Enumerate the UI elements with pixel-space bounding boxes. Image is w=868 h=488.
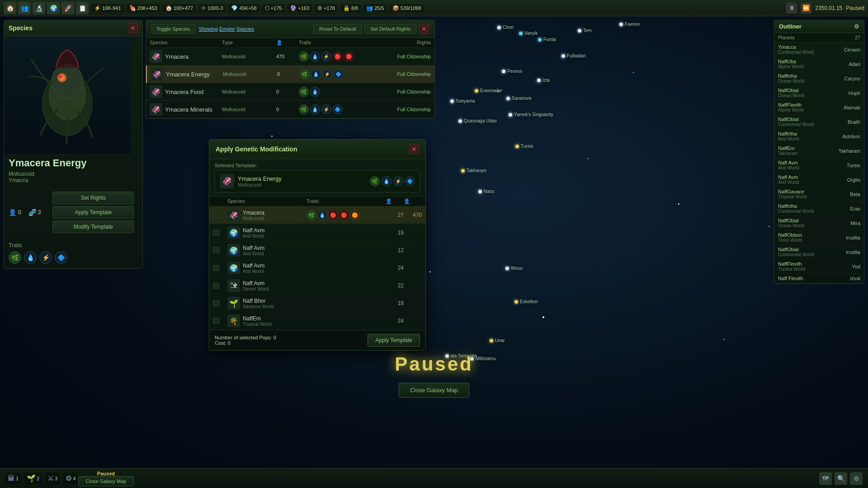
planet-name-group: NaffObbon Tomb World — [778, 232, 802, 243]
modal-header: Apply Genetic Modification ✕ — [209, 140, 425, 159]
top-bar-right: ⏸ ⏩ 2350.01.15 Paused — [786, 3, 864, 14]
trait-4-icon[interactable]: 🔷 — [55, 251, 67, 264]
outliner-planet-item[interactable]: Naff Avm Arid World Tureis — [774, 158, 864, 173]
modal-table-row[interactable]: 🏜 Naff Avm Desert World 22 — [209, 277, 425, 295]
technology-button[interactable]: 🔬 — [33, 2, 45, 14]
traits-row: 🌿 💧 ⚡ 🔷 — [9, 251, 138, 264]
outliner-planet-item[interactable]: Naff Flevith Izval — [774, 274, 864, 283]
trait-icon: ⚡ — [322, 69, 332, 79]
toggle-species-button[interactable]: Toggle Species — [151, 24, 195, 34]
outliner-planet-item[interactable]: NaffIrtha Ocean World Caryno — [774, 71, 864, 86]
star — [678, 203, 679, 205]
set-rights-button[interactable]: Set Rights — [52, 192, 134, 204]
fleet-button[interactable]: 🚀 — [61, 2, 74, 14]
row-checkbox[interactable] — [213, 230, 219, 236]
bottom-bar: 🏛 1 🌱 2 ⚔ 3 ⚙ 4 Paused Close Galaxy Map … — [0, 468, 868, 488]
trait-1-icon[interactable]: 🌿 — [9, 251, 21, 264]
row-checkbox[interactable] — [213, 265, 219, 271]
outliner-planet-item[interactable]: NaffObial Ocean World Huph — [774, 86, 864, 100]
outliner-planet-item[interactable]: NaffFlevith Tundra World Yod — [774, 259, 864, 274]
reset-to-default-button[interactable]: Reset To Default — [313, 24, 362, 34]
planets-section-header[interactable]: Planets 27 — [774, 33, 864, 42]
unity-resource: ⬡ +175 — [262, 4, 285, 12]
modal-table-row[interactable]: 🌍 Naff Avm Arid World 19 — [209, 224, 425, 242]
outliner-planet-item[interactable]: NaffObial Continental World Irusllia — [774, 245, 864, 259]
trait-icon: 🟠 — [350, 210, 360, 220]
trait-icon: 🔷 — [334, 69, 344, 79]
top-bar: 🏠 👥 🔬 🌍 🚀 📋 ⚡ 10K-941 🍖 20K+453 🏠 100+47… — [0, 0, 868, 16]
planet-type: Ocean World — [778, 93, 804, 98]
outliner-planet-item[interactable]: NaffGavace Tropical World Beta — [774, 187, 864, 202]
close-galaxy-map-button[interactable]: Close Galaxy Map — [399, 383, 469, 398]
planets-button[interactable]: 🌍 — [47, 2, 60, 14]
planet-name-group: NaffObial Continental World — [778, 117, 814, 127]
species-pop-count: 470 — [276, 54, 299, 59]
outliner-planet-item[interactable]: NaffIrtha Arid World Astrikon — [774, 129, 864, 144]
row-checkbox[interactable] — [213, 300, 219, 306]
planet-name: NaffObbon — [778, 232, 802, 238]
modal-table-row[interactable]: 🌍 Naff Avm Arid World 12 — [209, 242, 425, 259]
outliner-planet-item[interactable]: NaffObbon Tomb World Irusllia — [774, 230, 864, 245]
apply-template-button[interactable]: Apply Template — [52, 206, 134, 219]
planet-name-group: NaffObial Ocean World — [778, 88, 804, 98]
speed-3-button[interactable]: ⚔ 3 — [45, 473, 60, 484]
outliner-planet-item[interactable]: NaffFlevith Alpine World Alamak — [774, 100, 864, 115]
outliner-planet-item[interactable]: Ymacca Continental World Ceraon — [774, 42, 864, 57]
diplomacy-button[interactable]: 👥 — [18, 2, 31, 14]
bottom-close-galaxy-button[interactable]: Close Galaxy Map — [78, 476, 134, 486]
species-name: Ymacera Energy — [166, 71, 210, 78]
main-menu-button[interactable]: 🏠 — [4, 2, 16, 14]
modal-apply-template-button[interactable]: Apply Template — [368, 334, 420, 347]
outliner-planet-item[interactable]: NaffIrtha Continental World Eras — [774, 202, 864, 216]
modal-table-row[interactable]: 🌱 Naff Bhor Savanna World 18 — [209, 295, 425, 312]
species-thumb: 🌍 — [227, 244, 240, 257]
set-default-rights-button[interactable]: Set Default Rights — [364, 24, 416, 34]
template-traits-icons: 🌿 💧 ⚡ 🔷 — [370, 176, 415, 186]
species-panel-close-button[interactable]: ✕ — [128, 23, 138, 33]
settings-icon-button[interactable]: ⚙ — [850, 472, 863, 485]
trait-3-icon[interactable]: ⚡ — [39, 251, 52, 264]
species-table-row[interactable]: 🦑 Ymacera Minerals Molluscoid 0 🌿 💧 ⚡ 🔷 … — [146, 101, 434, 118]
speed-2-button[interactable]: 🌱 2 — [24, 473, 42, 484]
map-icon-button[interactable]: 🗺 — [819, 472, 832, 485]
outliner-planet-item[interactable]: NaffObial Ocean World Mira — [774, 216, 864, 230]
species-cell: 🦑 Ymacera Molluscoid — [227, 209, 307, 221]
modal-pop-icon-1: 👤 — [386, 198, 404, 204]
species-table-row[interactable]: 🦑 Ymacera Food Molluscoid 0 🌿 💧 Full Cit… — [146, 83, 434, 101]
modal-table-row[interactable]: 🦑 Ymacera Molluscoid 🌿 💧 🔴 🔴 🟠 27 470 — [209, 206, 425, 224]
modal-close-button[interactable]: ✕ — [409, 144, 419, 154]
planet-name: Naff Avm — [778, 160, 799, 165]
species-list-close-button[interactable]: ✕ — [419, 24, 429, 34]
outliner-planet-item[interactable]: Naff Avm Arid World Orglio — [774, 173, 864, 187]
planet-name-group: NaffFlevith Tundra World — [778, 261, 805, 272]
outliner-planet-item[interactable]: NaffUba Alpine World Adari — [774, 57, 864, 71]
speed-4-button[interactable]: ⚙ 4 — [63, 473, 78, 484]
species-thumb: 🌍 — [227, 226, 240, 239]
pause-button[interactable]: ⏸ — [786, 3, 797, 14]
row-checkbox[interactable] — [213, 282, 219, 289]
modify-template-button[interactable]: Modify Template — [52, 221, 134, 233]
situation-button[interactable]: 📋 — [76, 2, 89, 14]
row-checkbox[interactable] — [213, 212, 219, 218]
speed-1-button[interactable]: 🏛 1 — [5, 473, 21, 484]
planet-name-group: Naff Avm Arid World — [778, 160, 799, 170]
outliner-planet-item[interactable]: NaffObial Continental World Brailh — [774, 115, 864, 129]
outliner-planet-item[interactable]: NaffEm Takharam Takharam — [774, 144, 864, 158]
outliner-settings-icon[interactable]: ⚙ — [854, 23, 859, 30]
species-row-world: Arid World — [243, 269, 264, 274]
row-checkbox[interactable] — [213, 247, 219, 253]
species-stats-row: 👤 0 🧬 3 Set Rights Apply Template Modify… — [4, 187, 142, 239]
filter-icon-button[interactable]: 🔍 — [835, 472, 847, 485]
row-checkbox[interactable] — [213, 318, 219, 324]
showing-empire-link[interactable]: Empire — [219, 26, 235, 32]
trait-2-icon[interactable]: 💧 — [24, 251, 37, 264]
species-thumbnail: 🦑 — [151, 68, 163, 80]
planet-type: Ocean World — [778, 223, 804, 228]
step-forward-button[interactable]: ⏩ — [801, 3, 811, 14]
species-table-row[interactable]: 🦑 Ymacera Energy Molluscoid 0 🌿 💧 ⚡ 🔷 Fu… — [146, 66, 434, 83]
modal-table-row[interactable]: 🌍 Naff Avm Arid World 24 — [209, 259, 425, 277]
species-table-row[interactable]: 🦑 Ymacera Molluscoid 470 🌿 💧 ⚡ 🔴 🔴 Full … — [146, 48, 434, 66]
modal-table-row[interactable]: 🌴 NaffEm Tropical World 24 — [209, 312, 425, 330]
planet-name: NaffObial — [778, 88, 804, 93]
energy-icon: ⚡ — [94, 5, 101, 11]
